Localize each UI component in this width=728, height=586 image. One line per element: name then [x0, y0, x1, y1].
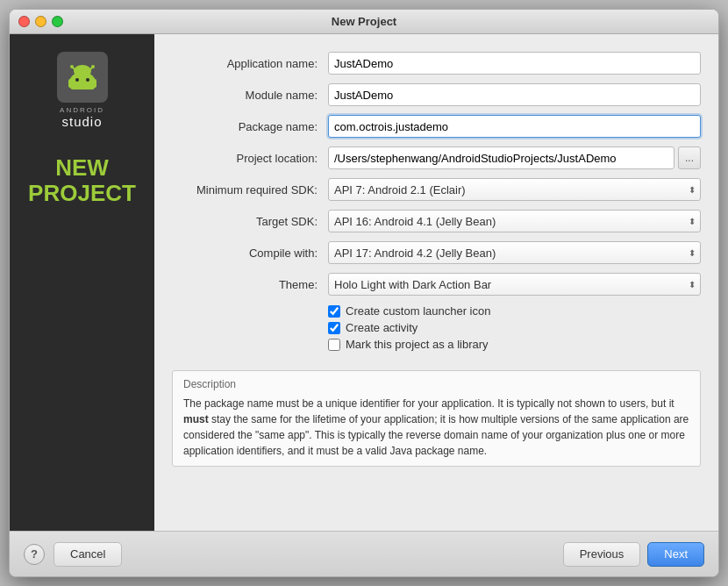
maximize-button[interactable] [52, 16, 63, 27]
svg-point-2 [75, 78, 79, 82]
library-label: Mark this project as a library [346, 338, 489, 351]
description-bold: must [183, 413, 209, 425]
footer: ? Cancel Previous Next [10, 531, 718, 576]
module-name-label: Module name: [172, 89, 321, 102]
app-name-label: Application name: [172, 57, 321, 70]
svg-point-8 [74, 65, 91, 77]
checkboxes-area: Create custom launcher icon Create activ… [328, 304, 701, 351]
svg-rect-9 [68, 79, 72, 88]
checkbox-create-activity: Create activity [328, 321, 701, 334]
theme-select[interactable]: Holo Light with Dark Action Bar Holo Lig… [328, 273, 701, 296]
project-location-label: Project location: [172, 152, 321, 165]
android-label: ANDROID [60, 106, 104, 114]
studio-label: studio [61, 114, 102, 129]
sidebar-logo: ANDROID studio [57, 52, 108, 129]
min-sdk-select[interactable]: API 7: Android 2.1 (Eclair) API 8: Andro… [328, 178, 701, 201]
compile-label: Compile with: [172, 247, 321, 260]
help-button[interactable]: ? [24, 544, 45, 565]
project-location-field: ... [328, 146, 701, 169]
create-activity-label: Create activity [346, 321, 418, 334]
library-checkbox[interactable] [328, 339, 340, 351]
description-part1: The package name must be a unique identi… [183, 397, 674, 410]
svg-point-3 [86, 78, 89, 82]
window-controls [18, 16, 63, 27]
minimize-button[interactable] [35, 16, 46, 27]
theme-label: Theme: [172, 278, 321, 291]
svg-point-7 [91, 65, 95, 68]
svg-point-5 [70, 65, 74, 68]
description-text: The package name must be a unique identi… [183, 396, 689, 459]
android-robot-icon [65, 60, 100, 95]
checkbox-launcher-icon: Create custom launcher icon [328, 304, 701, 318]
description-box: Description The package name must be a u… [172, 370, 701, 467]
footer-left: ? Cancel [24, 542, 122, 567]
description-title: Description [183, 378, 689, 390]
compile-wrapper: API 16: Android 4.1 (Jelly Bean) API 17:… [328, 241, 701, 264]
footer-right: Previous Next [563, 542, 704, 567]
new-project-label: NEWPROJECT [19, 155, 145, 205]
checkbox-library: Mark this project as a library [328, 338, 701, 351]
package-name-input[interactable] [328, 115, 701, 138]
target-sdk-label: Target SDK: [172, 215, 321, 228]
launcher-icon-label: Create custom launcher icon [346, 304, 490, 318]
svg-rect-10 [93, 79, 96, 88]
main-window: New Project [9, 9, 719, 577]
launcher-icon-checkbox[interactable] [328, 305, 340, 318]
title-bar: New Project [10, 10, 718, 34]
description-part2: stay the same for the lifetime of your a… [183, 413, 689, 457]
module-name-input[interactable] [328, 83, 701, 106]
sidebar: ANDROID studio NEWPROJECT [10, 34, 154, 531]
target-sdk-wrapper: API 7: Android 2.1 (Eclair) API 14: Andr… [328, 210, 701, 232]
window-body: ANDROID studio NEWPROJECT Application na… [10, 34, 718, 531]
window-title: New Project [332, 15, 396, 28]
theme-wrapper: Holo Light with Dark Action Bar Holo Lig… [328, 273, 701, 296]
close-button[interactable] [18, 16, 30, 27]
browse-button[interactable]: ... [678, 146, 701, 169]
min-sdk-label: Minimum required SDK: [172, 183, 321, 197]
target-sdk-select[interactable]: API 7: Android 2.1 (Eclair) API 14: Andr… [328, 210, 701, 232]
next-button[interactable]: Next [647, 542, 704, 567]
cancel-button[interactable]: Cancel [54, 542, 122, 567]
min-sdk-wrapper: API 7: Android 2.1 (Eclair) API 8: Andro… [328, 178, 701, 201]
app-name-input[interactable] [328, 52, 701, 75]
android-icon-box [57, 52, 108, 103]
form-grid: Application name: Module name: Package n… [172, 52, 701, 351]
project-location-input[interactable] [328, 146, 674, 169]
package-name-label: Package name: [172, 120, 321, 133]
previous-button[interactable]: Previous [563, 542, 641, 567]
content-area: Application name: Module name: Package n… [154, 34, 718, 531]
create-activity-checkbox[interactable] [328, 322, 340, 334]
compile-select[interactable]: API 16: Android 4.1 (Jelly Bean) API 17:… [328, 241, 701, 264]
svg-rect-1 [70, 77, 95, 89]
